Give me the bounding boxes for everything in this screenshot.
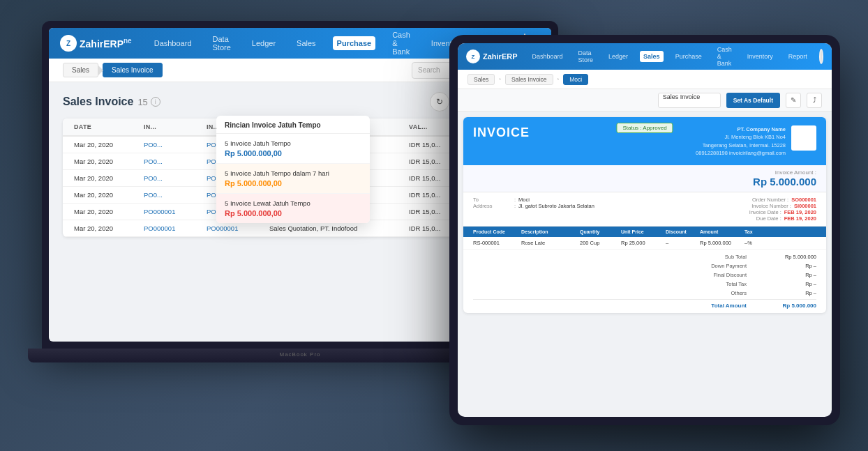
logo[interactable]: Z ZahirERPne (60, 35, 132, 52)
inv-table-row[interactable]: RS-000001 Rose Late 200 Cup Rp 25,000 – … (463, 237, 826, 250)
total-others-label: Others (691, 290, 747, 296)
set-default-button[interactable]: Set As Default (726, 93, 780, 108)
popup-item-amount-2: Rp 5.000.000,00 (225, 209, 361, 217)
total-downpayment: Down Payment Rp – (473, 261, 816, 270)
th-in1: IN... (141, 119, 204, 135)
breadcrumb-sales[interactable]: Sales (63, 63, 98, 77)
tablet-bezel: Z ZahirERP Dashboard Data Store Ledger S… (449, 35, 840, 425)
tablet-logo-text: ZahirERP (483, 52, 518, 61)
popup-item-amount-1: Rp 5.000.000,00 (225, 179, 361, 188)
th-date: DATE (71, 119, 141, 135)
inv-totals: Sub Total Rp 5.000.000 Down Payment Rp –… (463, 250, 826, 313)
total-tax-value: Rp – (768, 281, 816, 287)
search-placeholder: Search (418, 66, 440, 74)
page-title: Sales Invoice (63, 95, 133, 108)
popup-item-label-2: 5 Invoice Lewat Jatuh Tempo (225, 199, 361, 207)
tablet-nav-cashbank[interactable]: Cash & Bank (714, 44, 735, 69)
logo-icon: Z (60, 35, 77, 52)
total-tax: Total Tax Rp – (473, 280, 816, 289)
invoice-amount-value: Rp 5.000.000 (473, 176, 816, 188)
invoice-type-select[interactable]: Sales Invoice (658, 93, 721, 108)
company-info: PT. Company Name Jl. Menteng Blok KB1 No… (696, 125, 786, 157)
nav-dashboard[interactable]: Dashboard (150, 36, 196, 50)
total-dp-label: Down Payment (691, 263, 747, 269)
company-email: 08912288198 invoicirilang@gmail.com (696, 149, 786, 157)
tablet-nav-purchase[interactable]: Purchase (672, 51, 705, 62)
meta-to-label: To (473, 197, 511, 203)
tablet-logo-icon: Z (466, 49, 480, 63)
nav-sales[interactable]: Sales (292, 36, 320, 50)
tablet-logo[interactable]: Z ZahirERP (466, 49, 518, 63)
td-col2-2: PO0... (141, 170, 204, 186)
tablet-nav-report[interactable]: Report (785, 51, 811, 62)
meta-to-value: Moci (518, 197, 530, 203)
inv-table-header: Product Code Description Quantity Unit P… (463, 227, 826, 237)
invoice-section: INVOICE Status : Approved PT. Company Na… (463, 117, 826, 313)
breadcrumb-sales-invoice[interactable]: Sales Invoice (103, 63, 162, 77)
invoice-meta: To : Moci Address : Jl. gatot Subroto Ja… (463, 192, 826, 227)
tablet-nav-inventory[interactable]: Inventory (744, 51, 777, 62)
invoice-amount-label: Invoice Amount : (473, 169, 816, 176)
meta-to-colon: : (514, 197, 516, 203)
inv-td-desc-0: Rose Late (521, 240, 577, 246)
total-subtotal-value: Rp 5.000.000 (768, 254, 816, 260)
popup-item-warning[interactable]: 5 Invoice Jatuh Tempo dalam 7 hari Rp 5.… (216, 164, 370, 194)
total-others-value: Rp – (768, 290, 816, 296)
total-fd-label: Final Discount (691, 272, 747, 278)
td-date-0: Mar 20, 2020 (71, 137, 141, 153)
td-date-4: Mar 20, 2020 (71, 204, 141, 220)
popup-item-normal[interactable]: 5 Invoice Jatuh Tempo Rp 5.000.000,00 (216, 134, 370, 164)
td-col2-3: PO0... (141, 187, 204, 203)
share-icon[interactable]: ⤴ (807, 93, 822, 108)
status-badge: Status : Approved (616, 123, 673, 133)
popup-title: Rincian Invoice Jatuh Tempo (216, 116, 370, 134)
tablet-bc-invoice[interactable]: Sales Invoice (505, 74, 553, 85)
meta-col-right: Order Number : SO000001 Invoice Number :… (646, 197, 816, 222)
td-date-3: Mar 20, 2020 (71, 187, 141, 203)
inv-th-disc: Discount (666, 229, 697, 234)
invoice-title-area: INVOICE (473, 125, 530, 140)
inv-th-qty: Quantity (580, 229, 618, 234)
invoice-header: INVOICE Status : Approved PT. Company Na… (463, 117, 826, 165)
inv-td-tax-0: –% (744, 240, 765, 246)
company-logo (791, 125, 816, 151)
meta-invdate-label: Invoice Date : (743, 209, 781, 215)
tablet-bc-sales[interactable]: Sales (467, 74, 495, 85)
meta-invdate-value: FEB 19, 2020 (784, 209, 816, 215)
popup-item-label-1: 5 Invoice Jatuh Tempo dalam 7 hari (225, 169, 361, 177)
inv-th-tax: Tax (744, 229, 765, 234)
tablet-nav-datastore[interactable]: Data Store (575, 47, 597, 66)
tablet-nav-dashboard[interactable]: Dashboard (529, 51, 567, 62)
company-area: PT. Company Name Jl. Menteng Blok KB1 No… (696, 125, 816, 157)
popup-item-label-0: 5 Invoice Jatuh Tempo (225, 139, 361, 147)
meta-order-value: SO000001 (791, 197, 816, 203)
nav-cashbank[interactable]: Cash & Bank (388, 28, 414, 59)
total-fd-value: Rp – (768, 272, 816, 278)
meta-duedate-label: Due Date : (743, 215, 781, 222)
dropdown-popup: Rincian Invoice Jatuh Tempo 5 Invoice Ja… (216, 116, 370, 223)
tablet-nav-sales[interactable]: Sales (640, 51, 664, 62)
company-city: Tangerang Selatan, Intermal. 15228 (696, 142, 786, 149)
refresh-button[interactable]: ↻ (430, 92, 449, 112)
popup-item-amount-0: Rp 5.000.000,00 (225, 149, 361, 158)
tablet-screen: Z ZahirERP Dashboard Data Store Ledger S… (458, 43, 832, 417)
edit-icon[interactable]: ✎ (786, 93, 801, 108)
popup-item-danger[interactable]: 5 Invoice Lewat Jatuh Tempo Rp 5.000.000… (216, 194, 370, 223)
tablet-bc-moci[interactable]: Moci (563, 74, 588, 85)
meta-address-label: Address (473, 203, 511, 209)
nav-ledger[interactable]: Ledger (248, 36, 280, 50)
meta-duedate-row: Due Date : FEB 19, 2020 (646, 215, 816, 222)
tablet-breadcrumb: Sales › Sales Invoice › Moci (458, 70, 832, 89)
inv-td-amount-0: Rp 5.000.000 (700, 240, 742, 246)
tablet-nav-ledger[interactable]: Ledger (605, 51, 631, 62)
td-date-1: Mar 20, 2020 (71, 153, 141, 169)
nav-purchase[interactable]: Purchase (333, 36, 376, 50)
logo-text: ZahirERPne (80, 37, 132, 49)
info-icon: i (151, 97, 160, 107)
inv-th-uprice: Unit Price (621, 229, 663, 234)
meta-invdate-row: Invoice Date : FEB 19, 2020 (646, 209, 816, 215)
inv-th-desc: Description (521, 229, 577, 234)
tablet-avatar[interactable] (819, 49, 823, 64)
td-date-2: Mar 20, 2020 (71, 170, 141, 186)
nav-datastore[interactable]: Data Store (209, 32, 235, 54)
